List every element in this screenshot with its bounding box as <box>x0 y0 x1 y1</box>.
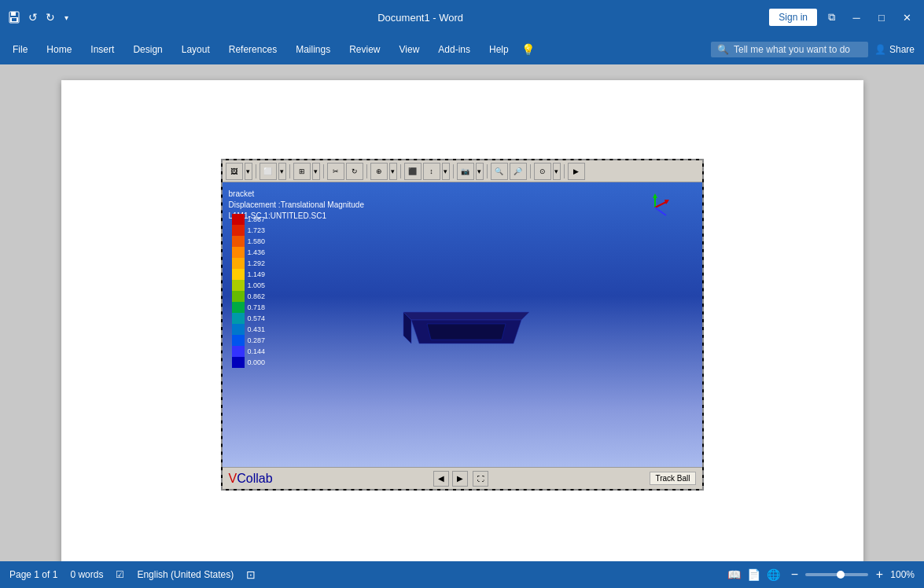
separator-3 <box>323 164 324 178</box>
vcollab-dropdown-2[interactable]: ▾ <box>278 163 286 180</box>
tab-references[interactable]: References <box>219 35 286 64</box>
tab-design[interactable]: Design <box>123 35 171 64</box>
document-title: Document1 - Word <box>72 12 769 24</box>
separator-6 <box>453 164 454 178</box>
vcollab-dropdown-1[interactable]: ▾ <box>245 163 252 180</box>
vcollab-logo-collab: Collab <box>237 472 272 485</box>
print-layout-icon[interactable]: 📄 <box>747 568 760 581</box>
zoom-slider[interactable] <box>805 573 868 576</box>
trackball-label: Track Ball <box>650 472 695 485</box>
vcollab-tool-1[interactable]: 🖼 <box>226 163 243 180</box>
legend-row-8: 0.862 <box>232 291 266 302</box>
vcollab-bottombar: VCollab ◀ ▶ ⛶ Track Ball <box>223 467 702 489</box>
fullscreen-button[interactable]: ⛶ <box>473 471 488 487</box>
tab-file[interactable]: File <box>3 35 37 64</box>
tell-me-search[interactable]: 🔍 Tell me what you want to do <box>711 42 868 57</box>
svg-marker-5 <box>653 193 657 198</box>
legend-row-11: 0.431 <box>232 324 266 335</box>
vcollab-dropdown-5[interactable]: ▾ <box>389 163 397 180</box>
vcollab-3d-view[interactable]: bracket Displacement :Translational Magn… <box>223 182 702 467</box>
vcollab-tool-7[interactable]: ↕ <box>423 163 440 180</box>
vcollab-dropdown-3[interactable]: ▾ <box>312 163 320 180</box>
nav-arrows: ◀ ▶ <box>433 471 468 487</box>
vcollab-tool-cam[interactable]: 📷 <box>457 163 474 180</box>
tab-addins[interactable]: Add-ins <box>429 35 480 64</box>
separator-4 <box>366 164 367 178</box>
legend-row-6: 1.149 <box>232 269 266 280</box>
legend-color-10 <box>232 313 245 324</box>
word-count: 0 words <box>70 569 103 580</box>
legend-row-4: 1.436 <box>232 247 266 258</box>
zoom-percent[interactable]: 100% <box>890 569 915 580</box>
model-subtitle: Displacement :Translational Magnitude <box>229 200 365 211</box>
prev-button[interactable]: ◀ <box>433 471 449 487</box>
legend-row-10: 0.574 <box>232 313 266 324</box>
redo-button[interactable]: ↻ <box>46 11 55 24</box>
vcollab-zoom-out[interactable]: 🔎 <box>510 163 527 180</box>
legend-color-4 <box>232 247 245 258</box>
vcollab-logo-v: V <box>229 472 237 485</box>
separator-2 <box>289 164 290 178</box>
tab-insert[interactable]: Insert <box>81 35 123 64</box>
zoom-in-button[interactable]: + <box>871 567 887 582</box>
statusbar-right: 📖 📄 🌐 − + 100% <box>727 567 915 582</box>
read-mode-icon[interactable]: 📖 <box>727 568 741 581</box>
vcollab-tool-3[interactable]: ⊞ <box>293 163 311 180</box>
quick-access-dropdown[interactable]: ▾ <box>64 13 68 22</box>
web-layout-icon[interactable]: 🌐 <box>767 568 780 581</box>
vcollab-dropdown-zoom-all[interactable]: ▾ <box>553 163 561 180</box>
titlebar: ↺ ↻ ▾ Document1 - Word Sign in ⧉ ─ □ ✕ <box>0 0 924 35</box>
next-button[interactable]: ▶ <box>452 471 468 487</box>
undo-button[interactable]: ↺ <box>28 11 38 24</box>
legend-color-14 <box>232 357 245 368</box>
share-button[interactable]: 👤 Share <box>868 41 921 58</box>
tab-review[interactable]: Review <box>340 35 389 64</box>
tab-mailings[interactable]: Mailings <box>286 35 340 64</box>
separator-5 <box>400 164 401 178</box>
vcollab-embedded-object[interactable]: 🖼 ▾ ⬜ ▾ ⊞ ▾ ✂ ↻ ⊕ ▾ ⬛ ↕ ▾ 📷 ▾ <box>221 159 704 491</box>
svg-marker-12 <box>427 324 506 340</box>
vcollab-tool-2[interactable]: ⬜ <box>260 163 277 180</box>
vcollab-dropdown-7[interactable]: ▾ <box>442 163 450 180</box>
save-button[interactable] <box>6 9 22 25</box>
focus-icon[interactable]: ⊡ <box>246 568 256 581</box>
tab-layout[interactable]: Layout <box>172 35 219 64</box>
tab-view[interactable]: View <box>390 35 429 64</box>
lightbulb-icon[interactable]: 💡 <box>521 43 535 56</box>
legend-row-2: 1.723 <box>232 225 266 236</box>
separator-7 <box>487 164 488 178</box>
vcollab-more[interactable]: ▶ <box>568 163 585 180</box>
vcollab-tool-5[interactable]: ⊕ <box>370 163 388 180</box>
svg-rect-1 <box>11 12 16 16</box>
ribbon: File Home Insert Design Layout Reference… <box>0 35 924 64</box>
language[interactable]: English (United States) <box>137 569 234 580</box>
tab-home[interactable]: Home <box>37 35 81 64</box>
proofing-icon[interactable]: ☑ <box>116 569 124 580</box>
close-button[interactable]: ✕ <box>896 6 918 28</box>
zoom-controls: − + 100% <box>786 567 915 582</box>
search-placeholder: Tell me what you want to do <box>734 44 850 55</box>
restore-down-button[interactable]: ⧉ <box>820 6 842 28</box>
svg-line-8 <box>655 208 666 215</box>
legend-row-9: 0.718 <box>232 302 266 313</box>
legend-color-11 <box>232 324 245 335</box>
vcollab-tool-6[interactable]: ⬛ <box>404 163 422 180</box>
vcollab-tool-rotate[interactable]: ↻ <box>346 163 363 180</box>
minimize-button[interactable]: ─ <box>845 6 867 28</box>
vcollab-zoom-all[interactable]: ⊙ <box>534 163 551 180</box>
vcollab-zoom-in[interactable]: 🔍 <box>491 163 508 180</box>
svg-marker-9 <box>403 312 529 320</box>
legend-color-1 <box>232 214 245 225</box>
color-legend: 1.867 1.723 1.580 1.436 <box>232 214 266 368</box>
vcollab-dropdown-cam[interactable]: ▾ <box>476 163 484 180</box>
zoom-out-button[interactable]: − <box>786 567 802 582</box>
page-info: Page 1 of 1 <box>9 569 57 580</box>
legend-color-6 <box>232 269 245 280</box>
legend-color-5 <box>232 258 245 269</box>
maximize-button[interactable]: □ <box>871 6 893 28</box>
legend-row-14: 0.000 <box>232 357 266 368</box>
vcollab-tool-scissor[interactable]: ✂ <box>327 163 344 180</box>
model-title: bracket <box>229 189 365 200</box>
signin-button[interactable]: Sign in <box>769 9 817 26</box>
tab-help[interactable]: Help <box>480 35 518 64</box>
